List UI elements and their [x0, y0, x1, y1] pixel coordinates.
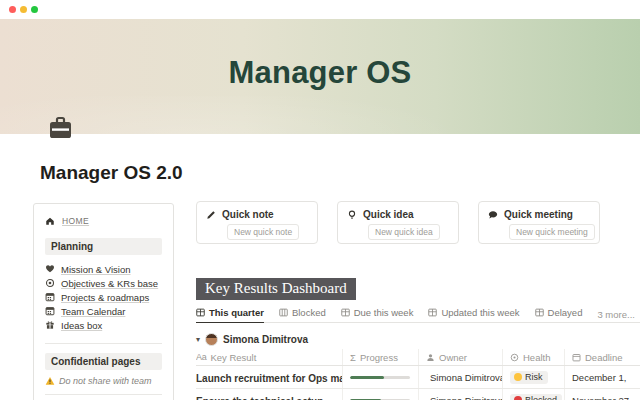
owner-name: Simona Dimitrova [430, 395, 502, 400]
health-label: Blocked [525, 395, 557, 400]
health-label: Risk [525, 372, 543, 382]
sidebar-item-objectives-krs[interactable]: Objectives & KRs base [45, 276, 162, 290]
new-quick-idea-button[interactable]: New quick idea [368, 224, 440, 240]
tab-delayed[interactable]: Delayed [535, 307, 583, 322]
progress-bar [350, 376, 410, 379]
person-icon [426, 353, 435, 362]
quick-meeting-card: Quick meeting New quick meeting [478, 201, 600, 244]
deadline-date: November 27 [572, 395, 629, 400]
page-title: Manager OS 2.0 [40, 162, 183, 184]
cover-banner: Manager OS [0, 19, 640, 134]
quick-idea-card: Quick idea New quick idea [337, 201, 459, 244]
gift-icon [45, 320, 55, 330]
group-name: Simona Dimitrova [223, 334, 308, 345]
quick-card-title: Quick note [222, 209, 274, 220]
sidebar-item-projects-roadmaps[interactable]: Projects & roadmaps [45, 290, 162, 304]
sidebar-divider [45, 343, 162, 344]
new-quick-meeting-button[interactable]: New quick meeting [509, 224, 595, 240]
confidential-warning: Do not share with team [45, 376, 162, 386]
table-view-icon [341, 308, 350, 317]
column-label: Progress [360, 352, 398, 363]
table-header-row: Aa Key Result Σ Progress Owner [196, 349, 640, 366]
tab-label: This quarter [209, 307, 264, 318]
quick-card-title: Quick meeting [504, 209, 573, 220]
sidebar-item-ideas-box[interactable]: Ideas box [45, 318, 162, 332]
column-header-owner[interactable]: Owner [418, 349, 502, 365]
tab-due-this-week[interactable]: Due this week [341, 307, 414, 322]
quick-card-title: Quick idea [363, 209, 414, 220]
speech-bubble-icon [488, 210, 498, 220]
view-tabs: This quarter Blocked Due this week Updat… [196, 307, 640, 323]
table-row[interactable]: Launch recruitment for Ops manager Simon… [196, 366, 640, 389]
key-result-title[interactable]: Ensure the technical setup [196, 396, 323, 400]
table-row[interactable]: Ensure the technical setup Simona Dimitr… [196, 389, 640, 400]
app-window: Manager OS Manager OS 2.0 HOME Planning … [0, 0, 640, 400]
calendar-icon [572, 353, 581, 362]
title-property-icon: Aa [196, 352, 206, 362]
tab-updated-this-week[interactable]: Updated this week [428, 307, 519, 322]
column-header-deadline[interactable]: Deadline [564, 349, 640, 365]
calendar-icon [45, 306, 55, 316]
key-result-title[interactable]: Launch recruitment for Ops manager [196, 373, 342, 384]
home-icon [45, 216, 55, 226]
minimize-window-button[interactable] [20, 6, 27, 13]
more-tabs-button[interactable]: 3 more... [597, 309, 635, 320]
column-label: Health [523, 352, 550, 363]
dashboard-heading: Key Results Dashboard [196, 278, 356, 300]
column-header-key-result[interactable]: Aa Key Result [196, 352, 342, 363]
sidebar-item-team-calendar[interactable]: Team Calendar [45, 304, 162, 318]
collapse-toggle-icon[interactable]: ▾ [196, 335, 200, 344]
sidebar-item-label: HOME [62, 216, 89, 226]
quick-actions-row: Quick note New quick note Quick idea New… [196, 201, 640, 244]
risk-dot-icon [514, 373, 522, 381]
sidebar-item-home[interactable]: HOME [45, 214, 162, 228]
owner-name: Simona Dimitrova [430, 372, 502, 383]
sidebar-section-confidential: Confidential pages [45, 353, 162, 370]
avatar [205, 333, 218, 346]
warning-icon [45, 376, 55, 386]
sidebar-item-label: Objectives & KRs base [61, 278, 158, 289]
tab-label: Delayed [548, 307, 583, 318]
heart-hands-icon [45, 264, 55, 274]
blocked-dot-icon [514, 396, 522, 400]
deadline-date: December 1, [572, 372, 626, 383]
sidebar-item-mission-vision[interactable]: Mission & Vision [45, 262, 162, 276]
sidebar-item-label: Mission & Vision [61, 264, 131, 275]
quick-note-card: Quick note New quick note [196, 201, 318, 244]
sidebar-item-label: Ideas box [61, 320, 102, 331]
column-label: Deadline [585, 352, 623, 363]
table-view-icon [535, 308, 544, 317]
calendar-icon [45, 292, 55, 302]
health-badge[interactable]: Blocked [510, 394, 562, 400]
formula-property-icon: Σ [350, 352, 356, 363]
tab-label: Blocked [292, 307, 326, 318]
column-label: Key Result [210, 352, 256, 363]
new-quick-note-button[interactable]: New quick note [227, 224, 299, 240]
table-group-header[interactable]: ▾ Simona Dimitrova [196, 332, 640, 346]
sidebar-divider [45, 394, 162, 395]
confidential-warning-text: Do not share with team [59, 376, 152, 386]
lightbulb-icon [347, 210, 357, 220]
board-view-icon [279, 308, 288, 317]
zoom-window-button[interactable] [31, 6, 38, 13]
tab-blocked[interactable]: Blocked [279, 307, 326, 322]
briefcase-icon[interactable] [47, 115, 74, 142]
column-label: Owner [439, 352, 467, 363]
sidebar-navigation: HOME Planning Mission & Vision Objective… [33, 203, 174, 400]
window-titlebar [0, 0, 640, 19]
target-icon [45, 278, 55, 288]
banner-title: Manager OS [0, 55, 640, 91]
sidebar-item-label: Team Calendar [61, 306, 125, 317]
main-content: Quick note New quick note Quick idea New… [196, 201, 640, 400]
close-window-button[interactable] [9, 6, 16, 13]
tab-label: Due this week [354, 307, 414, 318]
health-badge[interactable]: Risk [510, 371, 548, 384]
tab-label: Updated this week [441, 307, 519, 318]
sidebar-section-planning: Planning [45, 238, 162, 255]
pencil-icon [206, 210, 216, 220]
tab-this-quarter[interactable]: This quarter [196, 307, 264, 323]
table-view-icon [196, 308, 205, 317]
sidebar-item-label: Projects & roadmaps [61, 292, 149, 303]
column-header-progress[interactable]: Σ Progress [342, 349, 418, 365]
column-header-health[interactable]: Health [502, 349, 564, 365]
